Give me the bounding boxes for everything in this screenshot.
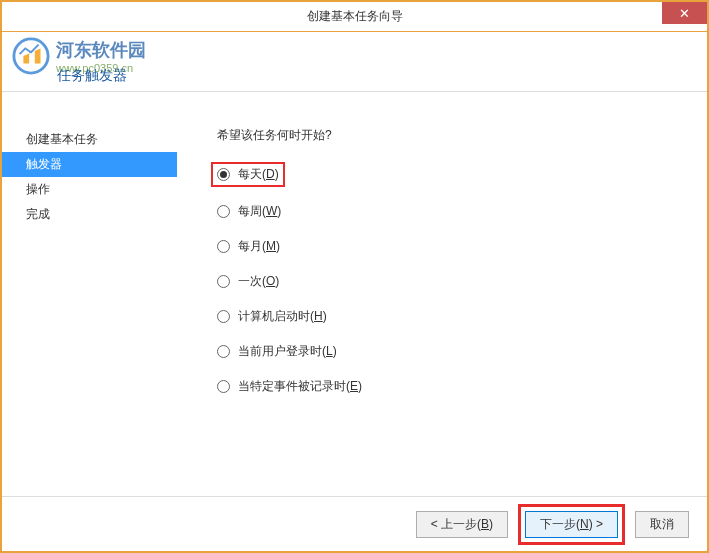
- radio-icon: [217, 168, 230, 181]
- radio-label: 当前用户登录时(L): [238, 343, 337, 360]
- radio-label: 一次(O): [238, 273, 279, 290]
- radio-startup[interactable]: 计算机启动时(H): [217, 306, 677, 327]
- sidebar-item-finish[interactable]: 完成: [2, 202, 177, 227]
- wizard-header: 河东软件园 www.pc0359.cn 任务触发器: [2, 32, 707, 92]
- radio-logon[interactable]: 当前用户登录时(L): [217, 341, 677, 362]
- radio-label: 计算机启动时(H): [238, 308, 327, 325]
- content-area: 创建基本任务 触发器 操作 完成 希望该任务何时开始? 每天(D) 每周(W): [2, 92, 707, 496]
- radio-icon: [217, 345, 230, 358]
- radio-icon: [217, 240, 230, 253]
- trigger-radio-group: 每天(D) 每周(W) 每月(M) 一次(O): [217, 162, 677, 397]
- radio-label: 当特定事件被记录时(E): [238, 378, 362, 395]
- close-icon: ✕: [679, 6, 690, 21]
- radio-icon: [217, 205, 230, 218]
- sidebar-item-action[interactable]: 操作: [2, 177, 177, 202]
- wizard-footer: < 上一步(B) 下一步(N) > 取消: [2, 496, 707, 551]
- wizard-main: 希望该任务何时开始? 每天(D) 每周(W) 每月(M): [177, 92, 707, 496]
- radio-daily[interactable]: 每天(D): [211, 162, 285, 187]
- wizard-window: 创建基本任务向导 ✕ 河东软件园 www.pc0359.cn 任务触发器 创建基…: [0, 0, 709, 553]
- watermark-title: 河东软件园: [56, 38, 146, 62]
- svg-point-0: [14, 39, 48, 73]
- radio-label: 每天(D): [238, 166, 279, 183]
- wizard-sidebar: 创建基本任务 触发器 操作 完成: [2, 92, 177, 496]
- radio-icon: [217, 275, 230, 288]
- header-subtitle: 任务触发器: [57, 67, 127, 85]
- cancel-button[interactable]: 取消: [635, 511, 689, 538]
- back-button[interactable]: < 上一步(B): [416, 511, 508, 538]
- radio-label: 每月(M): [238, 238, 280, 255]
- next-button[interactable]: 下一步(N) >: [525, 511, 618, 538]
- radio-event[interactable]: 当特定事件被记录时(E): [217, 376, 677, 397]
- close-button[interactable]: ✕: [662, 2, 707, 24]
- sidebar-item-trigger[interactable]: 触发器: [2, 152, 177, 177]
- logo-icon: [12, 37, 50, 75]
- radio-once[interactable]: 一次(O): [217, 271, 677, 292]
- titlebar: 创建基本任务向导 ✕: [2, 2, 707, 32]
- radio-icon: [217, 380, 230, 393]
- trigger-question: 希望该任务何时开始?: [217, 127, 677, 144]
- next-button-highlight: 下一步(N) >: [518, 504, 625, 545]
- radio-label: 每周(W): [238, 203, 281, 220]
- sidebar-item-create[interactable]: 创建基本任务: [2, 127, 177, 152]
- window-title: 创建基本任务向导: [307, 8, 403, 25]
- radio-icon: [217, 310, 230, 323]
- radio-monthly[interactable]: 每月(M): [217, 236, 677, 257]
- radio-weekly[interactable]: 每周(W): [217, 201, 677, 222]
